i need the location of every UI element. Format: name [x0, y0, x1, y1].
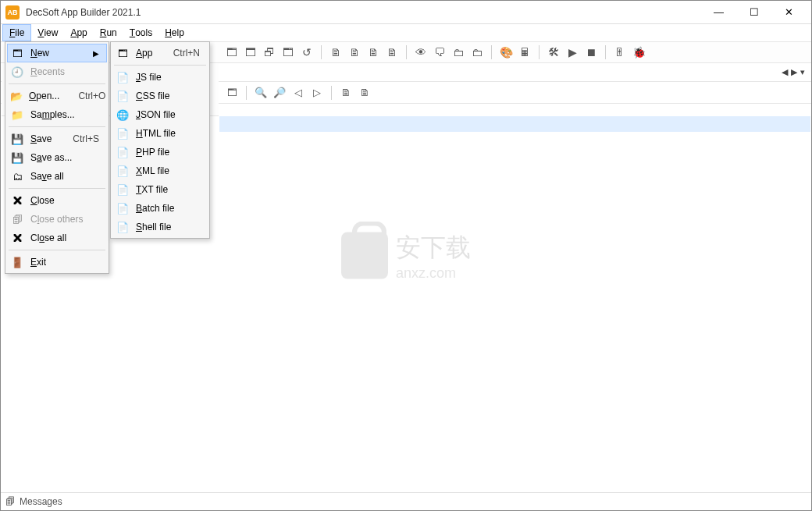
menu-item-label: Shell file — [136, 222, 200, 232]
menu-item-php-file[interactable]: 📄PHP file — [112, 143, 208, 161]
toolbar-button[interactable]: 🗔 — [279, 43, 297, 62]
new-submenu: 🗔AppCtrl+N📄JS file📄CSS file🌐JSON file📄HT… — [110, 41, 210, 239]
menu-item-icon: 📄 — [116, 220, 130, 234]
toolbar-button[interactable]: 👁 — [411, 43, 430, 62]
toolbar-button[interactable]: 🗔 — [223, 43, 241, 62]
separator — [406, 45, 407, 59]
menu-item-js-file[interactable]: 📄JS file — [112, 68, 208, 87]
next-icon[interactable]: ▷ — [308, 83, 326, 102]
sliders-icon[interactable]: 🎚 — [611, 43, 629, 62]
menu-item-icon: 📄 — [116, 164, 130, 178]
toolbar-button[interactable]: 🗎 — [326, 43, 345, 62]
window-controls: — ☐ ✕ — [701, 1, 807, 24]
menu-item-shortcut: Ctrl+S — [73, 133, 99, 144]
toolbar-button[interactable]: 🗀 — [449, 43, 468, 62]
toolbar-button[interactable]: 🗖 — [241, 43, 260, 62]
menu-item-app[interactable]: 🗔AppCtrl+N — [112, 44, 208, 62]
tab-next-icon[interactable]: ▶ — [791, 67, 797, 77]
menu-item-label: Exit — [30, 257, 99, 268]
menu-tools[interactable]: Tools — [123, 24, 158, 41]
toolbar-button[interactable]: 🗎 — [345, 43, 364, 62]
selection-row[interactable] — [219, 116, 810, 132]
menu-item-icon: 🕘 — [10, 65, 24, 79]
menu-item-label: Samples... — [30, 109, 99, 120]
menu-item-label: Recents — [30, 66, 99, 77]
menu-item-close[interactable]: 🗙Close — [7, 191, 107, 210]
bug-icon[interactable]: 🐞 — [629, 43, 648, 62]
menu-item-close-all[interactable]: 🗙Close all — [7, 229, 107, 247]
toolbar-button[interactable]: 🗀 — [468, 43, 486, 62]
menu-item-icon: 🗂 — [10, 169, 24, 183]
menu-separator — [9, 250, 105, 250]
close-button[interactable]: ✕ — [771, 1, 807, 24]
menu-file[interactable]: File — [2, 24, 31, 41]
menu-item-label: Close others — [30, 214, 99, 225]
file-menu: 🗔New▶🕘Recents📂Open...Ctrl+O📁Samples...💾S… — [5, 41, 109, 274]
menu-item-label: App — [136, 48, 155, 59]
toolbar-button[interactable]: 🗨 — [430, 43, 449, 62]
menu-separator — [9, 188, 105, 189]
toolbar-button[interactable]: ↺ — [297, 43, 316, 62]
toolbar-button[interactable]: 🗎 — [364, 43, 383, 62]
menu-item-label: JSON file — [136, 109, 200, 120]
menu-item-icon: 📁 — [10, 108, 24, 122]
findall-icon[interactable]: 🔎 — [270, 83, 289, 102]
menu-item-save-as[interactable]: 💾Save as... — [7, 148, 107, 167]
app-icon: AB — [5, 5, 20, 20]
settings-icon[interactable]: 🛠 — [544, 43, 563, 62]
separator — [331, 86, 332, 100]
menu-item-recents: 🕘Recents — [7, 62, 107, 81]
menu-item-icon: 💾 — [10, 151, 24, 165]
menu-item-json-file[interactable]: 🌐JSON file — [112, 105, 208, 124]
menu-run[interactable]: Run — [94, 24, 123, 41]
menu-item-open[interactable]: 📂Open...Ctrl+O — [7, 87, 107, 105]
menu-item-shortcut: Ctrl+O — [78, 90, 105, 101]
menu-item-close-others: 🗐Close others — [7, 210, 107, 229]
menu-item-label: PHP file — [136, 147, 200, 158]
menu-item-label: HTML file — [136, 128, 200, 139]
menu-item-new[interactable]: 🗔New▶ — [7, 44, 107, 62]
menu-separator — [9, 126, 105, 127]
find-icon[interactable]: 🔍 — [251, 83, 270, 102]
menu-item-icon: 🗙 — [10, 231, 24, 245]
tab-menu-icon[interactable]: ▾ — [800, 67, 805, 77]
menu-item-icon: 🗔 — [116, 46, 130, 60]
menu-item-batch-file[interactable]: 📄Batch file — [112, 199, 208, 218]
menu-item-xml-file[interactable]: 📄XML file — [112, 161, 208, 180]
editor-area[interactable] — [219, 116, 810, 491]
menu-item-icon: 📄 — [116, 183, 130, 197]
page-icon[interactable]: 🗎 — [337, 83, 355, 102]
menu-item-shell-file[interactable]: 📄Shell file — [112, 218, 208, 236]
separator — [321, 45, 322, 59]
stop-icon[interactable]: ⏹ — [582, 43, 600, 62]
menu-item-save-all[interactable]: 🗂Save all — [7, 167, 107, 186]
toolbar-button[interactable]: 🗎 — [383, 43, 401, 62]
menu-help[interactable]: Help — [158, 24, 191, 41]
page-icon[interactable]: 🗎 — [355, 83, 374, 102]
messages-label[interactable]: Messages — [20, 496, 62, 507]
menu-item-icon: 🚪 — [10, 255, 24, 269]
menu-item-html-file[interactable]: 📄HTML file — [112, 124, 208, 143]
separator — [605, 45, 606, 59]
tab-prev-icon[interactable]: ◀ — [782, 67, 788, 77]
subtool-new-icon[interactable]: 🗔 — [223, 83, 241, 102]
menu-item-label: JS file — [136, 72, 200, 83]
menu-item-icon: 📄 — [116, 126, 130, 140]
toolbar-button[interactable]: 🗗 — [260, 43, 279, 62]
toolbar-button[interactable]: 🎨 — [497, 43, 515, 62]
minimize-button[interactable]: — — [701, 1, 736, 24]
menu-item-icon: 🗙 — [10, 193, 24, 208]
maximize-button[interactable]: ☐ — [736, 1, 771, 24]
menu-item-exit[interactable]: 🚪Exit — [7, 253, 107, 271]
menu-app[interactable]: App — [64, 24, 93, 41]
menu-item-css-file[interactable]: 📄CSS file — [112, 87, 208, 105]
menu-view[interactable]: View — [31, 24, 64, 41]
toolbar-button[interactable]: 🖩 — [515, 43, 534, 62]
run-icon[interactable]: ▶ — [563, 43, 582, 62]
messages-icon[interactable]: 🗐 — [5, 496, 15, 507]
prev-icon[interactable]: ◁ — [289, 83, 308, 102]
menu-item-txt-file[interactable]: 📄TXT file — [112, 180, 208, 199]
menu-item-save[interactable]: 💾SaveCtrl+S — [7, 130, 107, 148]
menu-item-shortcut: Ctrl+N — [173, 48, 200, 59]
menu-item-samples[interactable]: 📁Samples... — [7, 105, 107, 124]
